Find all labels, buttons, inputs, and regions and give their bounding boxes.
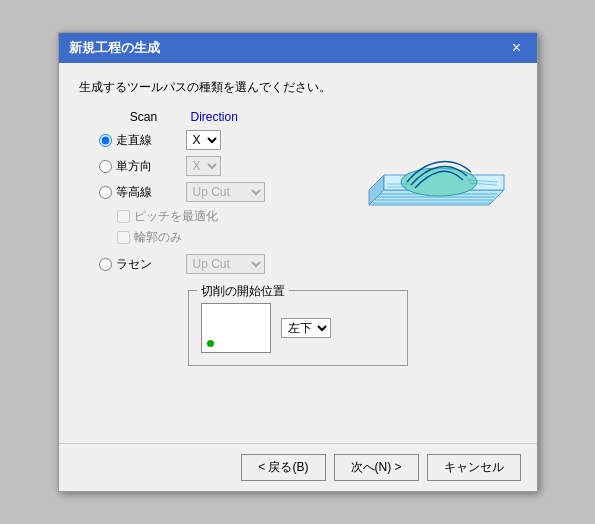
radio-row-scan3: 等高線 Up Cut Down Cut: [79, 182, 342, 202]
checkbox-row-pitch: ピッチを最適化: [79, 208, 342, 225]
left-panel: Scan Direction 走直線 X Y Z: [79, 110, 342, 280]
scan-area: Scan Direction 走直線 X Y Z: [79, 110, 517, 280]
radio-scan-contour[interactable]: [99, 186, 112, 199]
direction-dropdown-wrap-3: Up Cut Down Cut: [186, 182, 265, 202]
main-dialog: 新規工程の生成 × 生成するツールパスの種類を選んでください。 Scan Dir…: [58, 32, 538, 492]
label-scan-helix: ラセン: [116, 256, 186, 273]
checkbox-row-outline: 輪郭のみ: [79, 229, 342, 246]
direction-dropdown-wrap-2: X Y Z: [186, 156, 221, 176]
toolpath-preview: [349, 120, 509, 230]
next-button[interactable]: 次へ(N) >: [334, 454, 419, 481]
direction-column-header: Direction: [189, 110, 279, 124]
cut-start-inner: 左下 左上 右下 右上: [201, 303, 395, 353]
radio-scan-straight[interactable]: [99, 134, 112, 147]
radio-scan-helix[interactable]: [99, 258, 112, 271]
direction-select-helix[interactable]: Up Cut Down Cut: [186, 254, 265, 274]
label-pitch-optimize: ピッチを最適化: [134, 208, 218, 225]
dialog-body: 生成するツールパスの種類を選んでください。 Scan Direction 走直線…: [59, 63, 537, 443]
instruction-text: 生成するツールパスの種類を選んでください。: [79, 79, 517, 96]
label-outline-only: 輪郭のみ: [134, 229, 182, 246]
direction-dropdown-wrap-helix: Up Cut Down Cut: [186, 254, 265, 274]
label-scan-single: 単方向: [116, 158, 186, 175]
right-panel-preview: [342, 110, 517, 280]
checkbox-pitch-optimize[interactable]: [117, 210, 130, 223]
dialog-title: 新規工程の生成: [69, 39, 160, 57]
label-scan-contour: 等高線: [116, 184, 186, 201]
dialog-footer: < 戻る(B) 次へ(N) > キャンセル: [59, 443, 537, 491]
checkbox-outline-only[interactable]: [117, 231, 130, 244]
cancel-button[interactable]: キャンセル: [427, 454, 521, 481]
label-scan-straight: 走直線: [116, 132, 186, 149]
radio-row-helix: ラセン Up Cut Down Cut: [79, 254, 342, 274]
cut-start-legend: 切削の開始位置: [197, 283, 289, 300]
radio-row-scan1: 走直線 X Y Z: [79, 130, 342, 150]
cut-start-group: 切削の開始位置 左下 左上 右下 右上: [188, 290, 408, 366]
direction-select-3[interactable]: Up Cut Down Cut: [186, 182, 265, 202]
position-select[interactable]: 左下 左上 右下 右上: [281, 318, 331, 338]
direction-dropdown-wrap-1: X Y Z: [186, 130, 221, 150]
close-button[interactable]: ×: [507, 38, 527, 58]
radio-scan-single[interactable]: [99, 160, 112, 173]
position-preview-box: [201, 303, 271, 353]
radio-row-scan2: 単方向 X Y Z: [79, 156, 342, 176]
column-headers: Scan Direction: [79, 110, 342, 124]
direction-select-2[interactable]: X Y Z: [186, 156, 221, 176]
scan-column-header: Scan: [99, 110, 189, 124]
green-dot-indicator: [207, 340, 214, 347]
direction-select-1[interactable]: X Y Z: [186, 130, 221, 150]
title-bar: 新規工程の生成 ×: [59, 33, 537, 63]
back-button[interactable]: < 戻る(B): [241, 454, 325, 481]
